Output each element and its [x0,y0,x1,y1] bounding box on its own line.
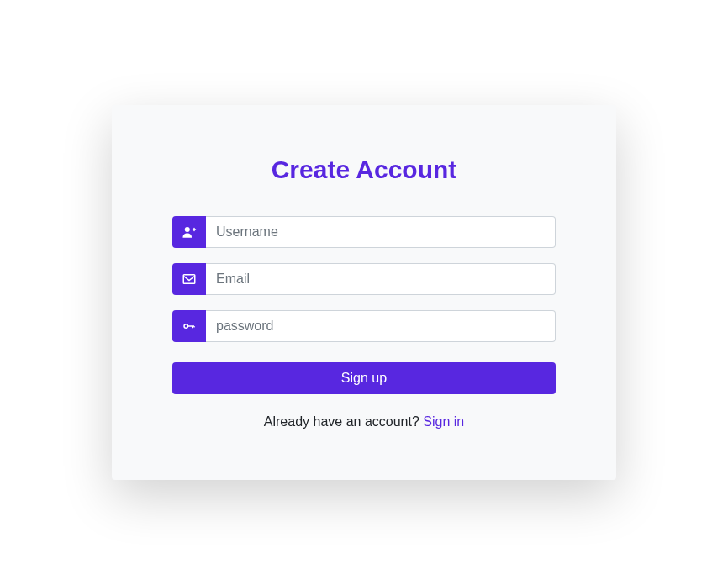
footer-prompt: Already have an account? [264,414,423,429]
signin-link[interactable]: Sign in [423,414,464,429]
user-plus-icon [172,216,206,248]
password-group [172,310,556,342]
envelope-icon [172,263,206,295]
footer-text: Already have an account? Sign in [172,414,556,430]
signup-card: Create Account Sign up [112,105,616,480]
page-title: Create Account [172,155,556,184]
username-input[interactable] [206,216,556,248]
svg-rect-1 [183,275,195,284]
signup-button[interactable]: Sign up [172,362,556,394]
key-icon [172,310,206,342]
email-group [172,263,556,295]
svg-point-2 [184,324,188,329]
username-group [172,216,556,248]
svg-point-0 [185,227,190,232]
email-input[interactable] [206,263,556,295]
password-input[interactable] [206,310,556,342]
